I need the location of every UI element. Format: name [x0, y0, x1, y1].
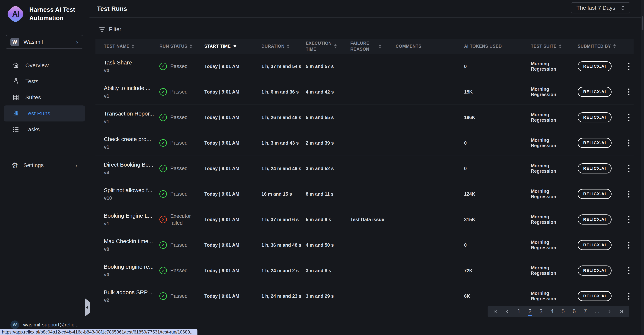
status-icon: ✓ [160, 267, 167, 274]
sidebar-item-tasks[interactable]: Tasks [0, 121, 89, 137]
pagination-page-3[interactable]: 3 [539, 307, 543, 316]
test-name-cell: Direct Booking Be... v4 [104, 162, 160, 176]
row-menu-button[interactable] [626, 61, 631, 72]
test-name-link[interactable]: Transaction Repor... [104, 110, 155, 117]
table-row[interactable]: Booking engine re... v0 ✓ Passed Today |… [96, 258, 634, 283]
flask-icon [12, 78, 20, 85]
sidebar-item-label: Test Runs [25, 110, 50, 117]
submitted-by-cell: RELICX.AI [578, 266, 624, 276]
user-account[interactable]: W wasimil-support@relic... [10, 321, 79, 329]
column-header-test-suite[interactable]: TEST SUITE [531, 42, 578, 51]
test-name-link[interactable]: Max Checkin time... [104, 238, 155, 245]
pagination-prev-icon[interactable] [505, 309, 510, 314]
chevron-up-down-icon [620, 5, 625, 11]
column-header-submitted-by[interactable]: SUBMITTED BY [578, 42, 624, 51]
row-menu-button[interactable] [626, 214, 631, 225]
ai-tokens-cell: 315K [464, 217, 531, 222]
table-body: Task Share v0 ✓ Passed Today | 9:01 AM 1… [96, 54, 634, 309]
column-header-execution-time[interactable]: EXECUTION TIME [306, 39, 350, 54]
submitted-by-badge: RELICX.AI [578, 87, 612, 97]
test-name-link[interactable]: Split not allowed f... [104, 187, 155, 193]
table-row[interactable]: Direct Booking Be... v4 ✓ Passed Today |… [96, 156, 634, 181]
table-row[interactable]: Split not allowed f... v10 ✓ Passed Toda… [96, 181, 634, 207]
row-menu-button[interactable] [626, 87, 631, 97]
pagination-page-2[interactable]: 2 [528, 307, 532, 316]
test-name-link[interactable]: Booking engine re... [104, 264, 155, 270]
pagination-page-4[interactable]: 4 [550, 307, 554, 316]
test-name-link[interactable]: Direct Booking Be... [104, 162, 155, 168]
column-header-duration[interactable]: DURATION [262, 42, 306, 51]
workspace-selector[interactable]: W Wasimil › [6, 35, 83, 49]
test-name-link[interactable]: Bulk addons SRP ... [104, 289, 155, 296]
page-title: Test Runs [97, 5, 127, 12]
status-label: Passed [170, 63, 188, 70]
test-name-cell: Ability to include ... v1 [104, 85, 160, 99]
table-row[interactable]: Transaction Repor... v1 ✓ Passed Today |… [96, 105, 634, 130]
app-logo-icon: AI [7, 6, 24, 22]
ai-tokens-cell: 0 [464, 166, 531, 171]
start-time-cell: Today | 9:01 AM [204, 64, 262, 69]
status-url-tooltip: https://app.relicx.ai/b8c04a12-cd4b-416e… [0, 329, 198, 335]
test-version: v1 [104, 93, 155, 99]
test-name-link[interactable]: Check create pro... [104, 136, 155, 142]
ai-tokens-cell: 0 [464, 140, 531, 146]
table-row[interactable]: Ability to include ... v1 ✓ Passed Today… [96, 79, 634, 105]
submitted-by-badge: RELICX.AI [578, 112, 612, 122]
test-name-cell: Booking engine re... v0 [104, 264, 160, 278]
pagination-page-7[interactable]: 7 [583, 307, 587, 316]
start-time-cell: Today | 9:01 AM [204, 268, 262, 273]
row-menu-button[interactable] [626, 265, 631, 276]
column-header-failure-reason[interactable]: FAILURE REASON [350, 39, 396, 54]
test-name-link[interactable]: Task Share [104, 59, 155, 66]
sidebar-item-suites[interactable]: Suites [0, 89, 89, 105]
pagination: 1234567... [488, 306, 629, 317]
table-row[interactable]: Max Checkin time... v0 ✓ Passed Today | … [96, 232, 634, 258]
table-row[interactable]: Task Share v0 ✓ Passed Today | 9:01 AM 1… [96, 54, 634, 79]
column-header-run-status[interactable]: RUN STATUS [160, 42, 204, 51]
row-menu-button[interactable] [626, 240, 631, 250]
sidebar-divider [4, 148, 85, 148]
status-label: Passed [170, 114, 188, 121]
status-icon: ✓ [160, 165, 167, 172]
table-row[interactable]: Booking Engine L... v1 ✕ Executor failed… [96, 207, 634, 232]
execution-time-cell: 3 m and 52 s [306, 166, 350, 171]
pagination-page-5[interactable]: 5 [561, 307, 565, 316]
pagination-page-1[interactable]: 1 [517, 307, 521, 316]
row-menu-button[interactable] [626, 189, 631, 199]
test-name-link[interactable]: Ability to include ... [104, 85, 155, 91]
test-name-cell: Transaction Repor... v1 [104, 110, 160, 124]
execution-time-cell: 5 m and 55 s [306, 115, 350, 120]
table-row[interactable]: Bulk addons SRP ... v2 ✓ Passed Today | … [96, 283, 634, 309]
sidebar-item-tests[interactable]: Tests [0, 73, 89, 89]
sidebar-item-settings[interactable]: ⚙ Settings › [0, 157, 89, 173]
scrollbar-thumb[interactable] [642, 16, 644, 30]
row-menu-button[interactable] [626, 291, 631, 302]
start-time-cell: Today | 9:01 AM [204, 115, 262, 120]
pagination-next-icon[interactable] [607, 309, 612, 314]
filter-button[interactable]: Filter [99, 26, 122, 32]
sidebar-item-test-runs[interactable]: Test Runs [4, 105, 85, 121]
column-header-test-name[interactable]: TEST NAME [104, 42, 160, 51]
date-range-value: The last 7 Days [576, 5, 615, 11]
sidebar-item-overview[interactable]: Overview [0, 57, 89, 73]
row-menu-button[interactable] [626, 163, 631, 174]
topbar: Test Runs The last 7 Days [90, 0, 641, 17]
pagination-first-icon[interactable] [493, 309, 498, 314]
sidebar-item-label: Settings [24, 162, 44, 168]
start-time-cell: Today | 9:01 AM [204, 140, 262, 146]
submitted-by-cell: RELICX.AI [578, 163, 624, 173]
row-menu-button[interactable] [626, 112, 631, 123]
row-menu-button[interactable] [626, 138, 631, 148]
test-name-cell: Booking Engine L... v1 [104, 213, 160, 227]
date-range-select[interactable]: The last 7 Days [571, 2, 630, 13]
pagination-page-6[interactable]: 6 [572, 307, 576, 316]
table-row[interactable]: Check create pro... v1 ✓ Passed Today | … [96, 130, 634, 156]
submitted-by-badge: RELICX.AI [578, 163, 612, 173]
column-header-start-time[interactable]: START TIME [204, 42, 262, 51]
scrollbar-track[interactable] [641, 0, 644, 335]
column-label: AI TOKENS USED [464, 43, 502, 49]
test-name-link[interactable]: Booking Engine L... [104, 213, 155, 219]
pagination-last-icon[interactable] [619, 309, 624, 314]
grid-icon [12, 94, 20, 101]
start-time-cell: Today | 9:01 AM [204, 242, 262, 248]
